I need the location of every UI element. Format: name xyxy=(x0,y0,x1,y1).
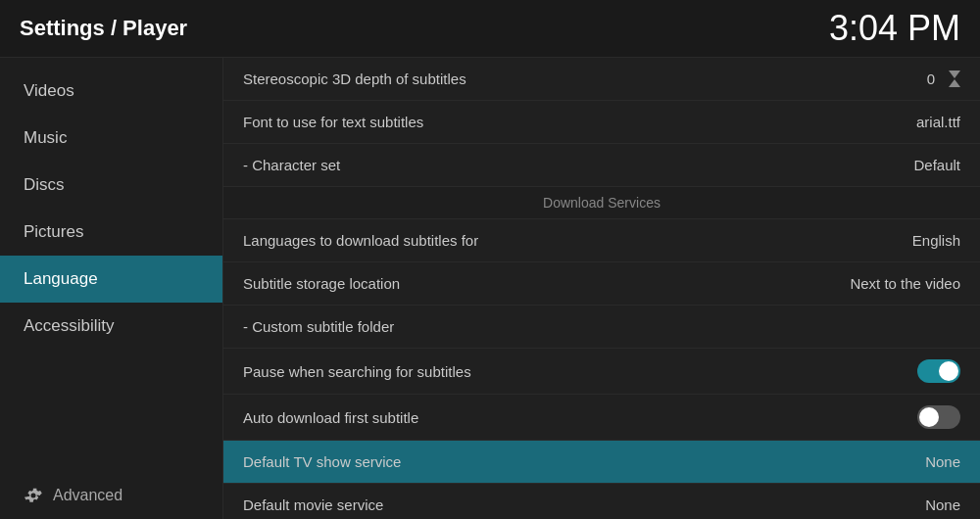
setting-label: Font to use for text subtitles xyxy=(243,114,423,130)
sidebar-item-music[interactable]: Music xyxy=(0,115,222,162)
setting-value: English xyxy=(912,232,960,249)
advanced-button[interactable]: Advanced xyxy=(0,472,222,519)
setting-label: Languages to download subtitles for xyxy=(243,232,478,249)
toggle-auto-download[interactable] xyxy=(917,405,960,429)
section-download-services: Download Services xyxy=(223,187,980,219)
setting-value: None xyxy=(925,496,960,513)
setting-value: Default xyxy=(913,157,960,173)
setting-character-set[interactable]: - Character set Default xyxy=(223,144,980,187)
setting-value: arial.ttf xyxy=(916,114,960,130)
setting-subtitle-storage[interactable]: Subtitle storage location Next to the vi… xyxy=(223,262,980,306)
sidebar-item-pictures[interactable]: Pictures xyxy=(0,209,222,256)
setting-label: Auto download first subtitle xyxy=(243,409,418,426)
stepper-value: 0 xyxy=(921,71,941,87)
setting-value: None xyxy=(925,453,960,470)
setting-label: - Custom subtitle folder xyxy=(243,318,394,335)
setting-label: Default movie service xyxy=(243,496,383,513)
setting-stereoscopic-depth[interactable]: Stereoscopic 3D depth of subtitles 0 xyxy=(223,58,980,101)
setting-value: Next to the video xyxy=(850,275,960,292)
setting-label: Stereoscopic 3D depth of subtitles xyxy=(243,71,466,87)
gear-icon xyxy=(24,486,43,505)
section-header-label: Download Services xyxy=(543,195,661,211)
setting-default-tv-service[interactable]: Default TV show service None xyxy=(223,441,980,484)
settings-list: Stereoscopic 3D depth of subtitles 0 Fon… xyxy=(223,58,980,519)
sidebar-item-videos[interactable]: Videos xyxy=(0,68,222,115)
sidebar-spacer xyxy=(0,350,222,472)
arrow-down-icon[interactable] xyxy=(949,71,960,78)
setting-custom-subtitle-folder[interactable]: - Custom subtitle folder xyxy=(223,306,980,349)
sidebar-item-accessibility[interactable]: Accessibility xyxy=(0,303,222,350)
setting-font-text-subtitles[interactable]: Font to use for text subtitles arial.ttf xyxy=(223,101,980,144)
setting-label: Subtitle storage location xyxy=(243,275,400,292)
stepper-arrows xyxy=(949,71,960,87)
setting-auto-download[interactable]: Auto download first subtitle xyxy=(223,395,980,441)
arrow-up-icon[interactable] xyxy=(949,79,960,87)
sidebar: Videos Music Discs Pictures Language Acc… xyxy=(0,58,223,519)
setting-label: - Character set xyxy=(243,157,340,173)
toggle-knob xyxy=(939,361,958,381)
sidebar-item-discs[interactable]: Discs xyxy=(0,162,222,209)
main-layout: Videos Music Discs Pictures Language Acc… xyxy=(0,58,980,519)
setting-languages-download[interactable]: Languages to download subtitles for Engl… xyxy=(223,219,980,262)
stepper-control[interactable]: 0 xyxy=(921,71,960,87)
toggle-pause-searching[interactable] xyxy=(917,359,960,383)
page-title: Settings / Player xyxy=(20,16,187,41)
setting-label: Pause when searching for subtitles xyxy=(243,363,471,380)
setting-label: Default TV show service xyxy=(243,453,401,470)
setting-pause-searching[interactable]: Pause when searching for subtitles xyxy=(223,349,980,395)
toggle-knob xyxy=(919,407,939,427)
advanced-label: Advanced xyxy=(53,487,122,504)
clock: 3:04 PM xyxy=(829,8,960,49)
header: Settings / Player 3:04 PM xyxy=(0,0,980,58)
setting-default-movie-service[interactable]: Default movie service None xyxy=(223,484,980,519)
content-area: Stereoscopic 3D depth of subtitles 0 Fon… xyxy=(223,58,980,519)
sidebar-item-language[interactable]: Language xyxy=(0,256,222,303)
